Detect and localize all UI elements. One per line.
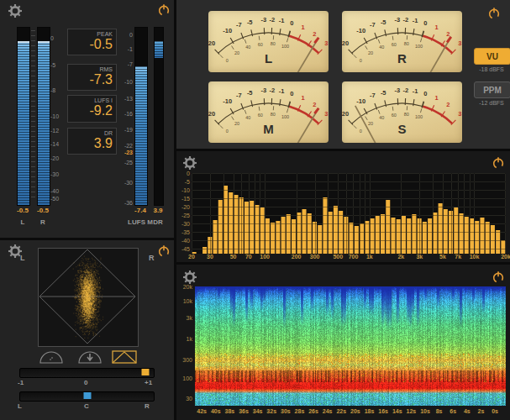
power-icon[interactable] bbox=[487, 7, 501, 20]
power-icon[interactable] bbox=[157, 244, 171, 258]
left-channel-label: L bbox=[21, 218, 25, 226]
spectrum-freq-tick: 20k bbox=[501, 254, 510, 260]
svg-text:0: 0 bbox=[423, 19, 427, 27]
svg-text:40: 40 bbox=[245, 45, 250, 50]
svg-text:0: 0 bbox=[226, 129, 229, 134]
spectrogram-time-tick: 36s bbox=[239, 408, 249, 414]
spectrum-db-tick: -25 bbox=[181, 213, 190, 218]
svg-text:M: M bbox=[263, 122, 274, 136]
peak-value: -0.5 bbox=[68, 37, 116, 54]
gonio-left-label: L bbox=[20, 254, 25, 262]
svg-text:-7: -7 bbox=[370, 92, 376, 99]
goniometer-panel: L R -1 0 +1 L C R bbox=[0, 240, 174, 420]
spectrum-freq-tick: 3k bbox=[416, 254, 423, 260]
ppm-mode-button[interactable]: PPM bbox=[474, 81, 510, 98]
peak-meter-left bbox=[17, 27, 30, 206]
spectrum-y-axis: 0-5-10-15-20-25-30-35-40-45 bbox=[176, 173, 190, 254]
svg-text:-1: -1 bbox=[413, 17, 418, 24]
balance-meter[interactable] bbox=[19, 391, 155, 402]
spectrogram-time-tick: 6s bbox=[450, 408, 456, 414]
svg-text:40: 40 bbox=[379, 45, 384, 50]
scope-mode-dome-button[interactable] bbox=[39, 350, 64, 364]
rms-readout: RMS -7.3 bbox=[67, 64, 117, 91]
scale-tick-label: -14 bbox=[50, 141, 59, 147]
svg-text:-20: -20 bbox=[342, 110, 349, 118]
svg-text:3: 3 bbox=[324, 110, 328, 118]
dr-meter-label: DR bbox=[153, 218, 163, 226]
spectrogram-time-tick: 40s bbox=[211, 408, 221, 414]
spectrogram-time-tick: 38s bbox=[225, 408, 235, 414]
svg-text:0: 0 bbox=[360, 129, 362, 134]
scale-tick-label: 0 bbox=[129, 32, 133, 38]
lufs-m-label: LUFS M bbox=[128, 218, 153, 226]
spectrum-freq-tick: 30 bbox=[207, 254, 213, 260]
scale-tick-label: -16 bbox=[124, 110, 133, 116]
power-icon[interactable] bbox=[492, 270, 505, 284]
meter-tick-strip bbox=[31, 30, 35, 202]
svg-text:2: 2 bbox=[313, 101, 316, 108]
settings-gear-icon[interactable] bbox=[8, 4, 22, 18]
svg-text:2: 2 bbox=[446, 101, 450, 108]
power-icon[interactable] bbox=[157, 3, 171, 17]
spectrogram-freq-tick: 20k bbox=[183, 284, 192, 290]
corr-max-label: +1 bbox=[145, 379, 152, 386]
vu-meter-panel: -20-10-7-5-3-2-10123020406080100L -20-10… bbox=[176, 0, 510, 149]
vu-meter-L: -20-10-7-5-3-2-10123020406080100L bbox=[208, 11, 329, 72]
spectrum-freq-tick: 70 bbox=[245, 254, 252, 260]
spectrogram-freq-tick: 10k bbox=[183, 298, 192, 304]
svg-text:60: 60 bbox=[258, 113, 263, 118]
svg-text:80: 80 bbox=[271, 41, 276, 46]
scope-mode-correlation-button[interactable] bbox=[77, 350, 103, 364]
spectrum-freq-tick: 1k bbox=[366, 254, 373, 260]
peak-label: PEAK bbox=[68, 29, 116, 37]
svg-text:100: 100 bbox=[281, 114, 289, 119]
balance-marker[interactable] bbox=[83, 392, 91, 399]
spectrogram-time-tick: 28s bbox=[295, 408, 305, 414]
spectrum-freq-tick: 10k bbox=[470, 254, 480, 260]
lufs-m-meter bbox=[134, 27, 148, 206]
svg-text:-1: -1 bbox=[279, 17, 285, 24]
spectrogram-freq-tick: 100 bbox=[182, 375, 192, 381]
spectrogram-time-tick: 0s bbox=[492, 408, 498, 414]
peak-readout: PEAK -0.5 bbox=[67, 29, 117, 55]
spectrum-freq-tick: 50 bbox=[230, 254, 237, 260]
spectrogram-chart bbox=[195, 286, 506, 406]
svg-text:40: 40 bbox=[379, 115, 384, 120]
ppm-reference-level: -12 dBFS bbox=[473, 100, 510, 106]
spectrogram-x-axis: 42s40s38s36s34s32s30s28s26s24s22s20s18s1… bbox=[195, 408, 506, 417]
bal-right-label: R bbox=[145, 402, 150, 410]
corr-min-label: -1 bbox=[18, 379, 24, 386]
scale-tick-label: -8 bbox=[50, 87, 55, 92]
spectrum-freq-tick: 2k bbox=[397, 254, 404, 260]
lufs-i-label: LUFS I bbox=[68, 96, 116, 103]
power-icon[interactable] bbox=[492, 156, 505, 170]
spectrum-db-tick: -10 bbox=[181, 187, 190, 193]
settings-gear-icon[interactable] bbox=[183, 156, 197, 170]
svg-text:100: 100 bbox=[281, 44, 289, 49]
svg-text:60: 60 bbox=[258, 42, 263, 47]
svg-text:3: 3 bbox=[324, 39, 328, 47]
spectrum-freq-tick: 200 bbox=[292, 254, 302, 260]
svg-text:0: 0 bbox=[290, 19, 293, 27]
vu-mode-button[interactable]: VU bbox=[474, 48, 510, 65]
svg-text:20: 20 bbox=[234, 50, 239, 55]
svg-text:-3: -3 bbox=[395, 16, 401, 24]
svg-text:-20: -20 bbox=[208, 110, 215, 118]
svg-text:80: 80 bbox=[404, 112, 409, 117]
svg-text:3: 3 bbox=[458, 39, 461, 47]
dr-meter bbox=[154, 27, 164, 206]
spectrogram-time-tick: 18s bbox=[365, 408, 375, 414]
svg-text:-2: -2 bbox=[270, 16, 276, 24]
svg-text:-7: -7 bbox=[236, 21, 242, 29]
svg-text:0: 0 bbox=[423, 90, 427, 97]
correlation-marker[interactable] bbox=[141, 369, 149, 375]
spectrogram-time-tick: 20s bbox=[350, 408, 360, 414]
settings-gear-icon[interactable] bbox=[183, 270, 197, 284]
scope-mode-diamond-button[interactable] bbox=[112, 350, 137, 364]
svg-text:1: 1 bbox=[435, 94, 439, 102]
scale-tick-label: -1 bbox=[128, 45, 133, 51]
spectrum-x-axis: 203050701002003005007001k2k3k5k7k10k20k bbox=[192, 254, 506, 262]
correlation-meter[interactable] bbox=[19, 368, 155, 378]
svg-text:1: 1 bbox=[302, 94, 305, 102]
svg-text:-3: -3 bbox=[261, 87, 267, 94]
